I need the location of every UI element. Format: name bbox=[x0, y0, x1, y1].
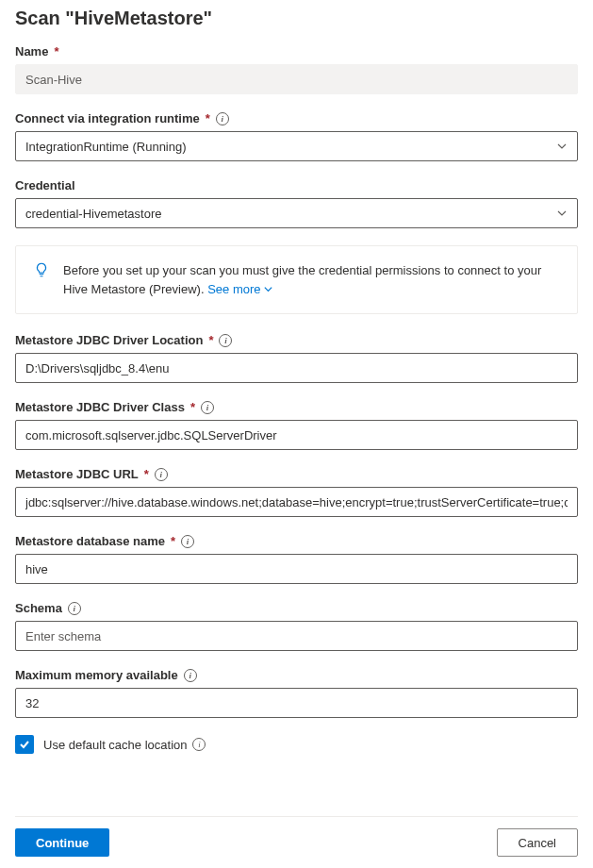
chevron-down-icon bbox=[263, 284, 273, 294]
lightbulb-icon bbox=[33, 261, 50, 278]
driver-location-field-group: Metastore JDBC Driver Location* i bbox=[15, 333, 578, 383]
driver-class-label: Metastore JDBC Driver Class* i bbox=[15, 400, 578, 414]
footer: Continue Cancel bbox=[15, 816, 578, 857]
required-asterisk: * bbox=[171, 534, 175, 548]
driver-location-label: Metastore JDBC Driver Location* i bbox=[15, 333, 578, 347]
banner-text: Before you set up your scan you must giv… bbox=[63, 261, 560, 298]
chevron-down-icon bbox=[556, 141, 568, 152]
required-asterisk: * bbox=[208, 333, 213, 347]
page-title: Scan "HiveMetastore" bbox=[15, 0, 578, 44]
jdbc-url-field-group: Metastore JDBC URL* i bbox=[15, 467, 578, 517]
checkmark-icon bbox=[18, 738, 31, 751]
schema-field-group: Schema i bbox=[15, 601, 578, 651]
jdbc-url-label: Metastore JDBC URL* i bbox=[15, 467, 578, 481]
see-more-link[interactable]: See more bbox=[207, 280, 272, 299]
jdbc-url-input[interactable] bbox=[15, 487, 578, 517]
driver-class-field-group: Metastore JDBC Driver Class* i bbox=[15, 400, 578, 450]
required-asterisk: * bbox=[54, 44, 58, 58]
database-name-input[interactable] bbox=[15, 554, 578, 584]
info-icon[interactable]: i bbox=[181, 535, 194, 548]
max-memory-label: Maximum memory available i bbox=[15, 668, 578, 682]
max-memory-input[interactable] bbox=[15, 688, 578, 718]
credential-select[interactable]: credential-Hivemetastore bbox=[15, 198, 578, 228]
chevron-down-icon bbox=[556, 208, 568, 219]
required-asterisk: * bbox=[144, 467, 149, 481]
required-asterisk: * bbox=[190, 400, 195, 414]
name-field-group: Name* bbox=[15, 44, 578, 94]
runtime-select[interactable]: IntegrationRuntime (Running) bbox=[15, 131, 578, 161]
name-label: Name* bbox=[15, 44, 578, 58]
info-icon[interactable]: i bbox=[219, 334, 232, 347]
info-icon[interactable]: i bbox=[192, 738, 206, 751]
name-input[interactable] bbox=[15, 64, 578, 94]
credential-field-group: Credential credential-Hivemetastore bbox=[15, 178, 578, 228]
schema-label: Schema i bbox=[15, 601, 578, 615]
info-banner: Before you set up your scan you must giv… bbox=[15, 245, 578, 314]
cancel-button[interactable]: Cancel bbox=[497, 828, 578, 857]
continue-button[interactable]: Continue bbox=[15, 828, 109, 857]
credential-label: Credential bbox=[15, 178, 578, 192]
required-asterisk: * bbox=[206, 111, 210, 125]
info-icon[interactable]: i bbox=[68, 602, 81, 615]
cache-location-checkbox[interactable] bbox=[15, 735, 34, 754]
info-icon[interactable]: i bbox=[155, 468, 168, 481]
runtime-label: Connect via integration runtime* i bbox=[15, 111, 578, 125]
driver-location-input[interactable] bbox=[15, 353, 578, 383]
runtime-field-group: Connect via integration runtime* i Integ… bbox=[15, 111, 578, 161]
info-icon[interactable]: i bbox=[216, 112, 229, 125]
max-memory-field-group: Maximum memory available i bbox=[15, 668, 578, 718]
cache-location-row: Use default cache location i bbox=[15, 735, 578, 754]
database-name-label: Metastore database name* i bbox=[15, 534, 578, 548]
info-icon[interactable]: i bbox=[184, 669, 197, 682]
database-name-field-group: Metastore database name* i bbox=[15, 534, 578, 584]
info-icon[interactable]: i bbox=[201, 401, 214, 414]
cache-location-label: Use default cache location i bbox=[43, 738, 206, 752]
driver-class-input[interactable] bbox=[15, 420, 578, 450]
schema-input[interactable] bbox=[15, 621, 578, 651]
